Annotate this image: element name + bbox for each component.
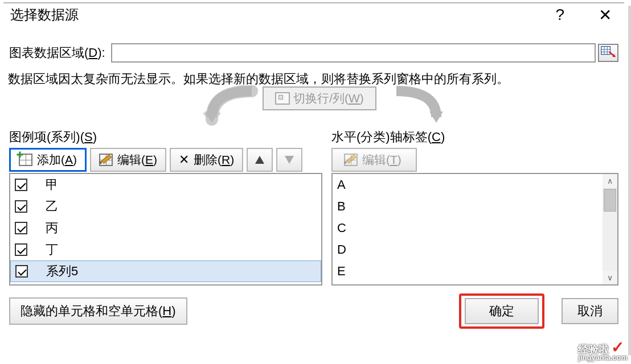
chart-range-label: 图表数据区域(D): xyxy=(9,44,105,61)
grid-add-icon: ✚ xyxy=(19,154,32,166)
add-series-button[interactable]: ✚ 添加(A) xyxy=(9,148,87,172)
scroll-down-icon[interactable]: ∨ xyxy=(603,271,617,284)
range-warning-text: 数据区域因太复杂而无法显示。如果选择新的数据区域，则将替换系列窗格中的所有系列。 xyxy=(3,66,624,89)
legend-item[interactable]: 甲 xyxy=(10,174,321,196)
axis-toolbar: 编辑(T) xyxy=(331,148,618,172)
legend-item-label: 乙 xyxy=(46,198,58,215)
axis-item[interactable]: A xyxy=(333,174,603,196)
svg-rect-0 xyxy=(601,47,610,55)
dialog-footer: 隐藏的单元格和空单元格(H) 确定 取消 xyxy=(3,286,624,329)
axis-item-label: D xyxy=(337,242,346,257)
checkbox-icon[interactable] xyxy=(15,200,27,213)
legend-item-label: 系列5 xyxy=(46,263,78,280)
scroll-up-icon[interactable]: ∧ xyxy=(603,174,617,188)
axis-item-label: E xyxy=(337,264,346,279)
legend-item-selected[interactable]: 系列5 xyxy=(10,260,321,282)
help-button[interactable]: ? xyxy=(555,6,564,24)
triangle-down-icon xyxy=(285,156,294,164)
delete-series-button[interactable]: ✕ 删除(R) xyxy=(170,148,243,172)
lists-row: 甲 乙 丙 丁 系列5 xyxy=(3,172,624,286)
pencil-icon xyxy=(100,154,113,166)
ok-highlight-box: 确定 xyxy=(459,293,544,329)
titlebar: 选择数据源 ? ✕ xyxy=(3,3,624,26)
edit-series-button[interactable]: 编辑(E) xyxy=(90,148,166,172)
checkbox-icon[interactable] xyxy=(15,179,27,191)
pencil-axis-icon xyxy=(345,154,358,166)
axis-item[interactable]: C xyxy=(333,217,603,239)
background-edge xyxy=(628,6,631,355)
axis-section-title: 水平(分类)轴标签(C) xyxy=(331,130,445,144)
arrow-right-icon xyxy=(385,85,453,131)
watermark: 经验啦✓ jingyanla.com xyxy=(578,338,628,362)
axis-item-label: B xyxy=(337,199,346,214)
triangle-up-icon xyxy=(255,156,264,164)
legend-item[interactable]: 丙 xyxy=(10,217,321,239)
dialog-title: 选择数据源 xyxy=(10,6,79,24)
legend-item-label: 丙 xyxy=(46,220,58,237)
select-data-source-dialog: 选择数据源 ? ✕ 图表数据区域(D): 数据区域因太复杂而无法显示。如果选择新… xyxy=(3,2,624,357)
chart-range-input[interactable] xyxy=(111,43,596,63)
axis-item[interactable]: D xyxy=(333,239,603,260)
checkbox-icon[interactable] xyxy=(15,265,28,278)
swap-icon xyxy=(275,92,290,105)
axis-scrollbar[interactable]: ∧ ∨ xyxy=(603,174,617,284)
checkbox-icon[interactable] xyxy=(15,243,27,256)
legend-item[interactable]: 乙 xyxy=(10,196,321,217)
axis-item-label: A xyxy=(337,177,346,192)
hidden-cells-button[interactable]: 隐藏的单元格和空单元格(H) xyxy=(9,297,187,325)
arrow-left-icon xyxy=(195,85,263,131)
scroll-thumb[interactable] xyxy=(604,189,616,212)
move-down-button xyxy=(276,148,302,172)
ok-button[interactable]: 确定 xyxy=(465,298,539,324)
edit-axis-button: 编辑(T) xyxy=(331,148,417,172)
axis-item-label: C xyxy=(337,221,346,235)
toolbar-row: ✚ 添加(A) 编辑(E) ✕ 删除(R) 编辑(T) xyxy=(3,146,624,172)
legend-section-title: 图例项(系列)(S) xyxy=(9,130,97,144)
axis-item[interactable]: E xyxy=(333,260,603,282)
cancel-button[interactable]: 取消 xyxy=(562,298,618,324)
legend-item[interactable]: 丁 xyxy=(10,239,321,260)
axis-item[interactable]: B xyxy=(333,196,603,217)
checkbox-icon[interactable] xyxy=(15,222,27,234)
swap-row: 切换行/列(W) xyxy=(3,89,624,129)
x-icon: ✕ xyxy=(179,152,189,167)
legend-item-label: 甲 xyxy=(46,176,58,193)
close-button[interactable]: ✕ xyxy=(593,6,617,24)
chart-range-row: 图表数据区域(D): xyxy=(3,26,624,66)
legend-listbox[interactable]: 甲 乙 丙 丁 系列5 xyxy=(9,173,322,286)
axis-listbox[interactable]: A B C D E ∧ ∨ xyxy=(331,173,618,286)
swap-row-column-button: 切换行/列(W) xyxy=(263,86,376,110)
legend-item-label: 丁 xyxy=(46,241,58,258)
legend-toolbar: ✚ 添加(A) 编辑(E) ✕ 删除(R) xyxy=(9,148,322,172)
section-labels: 图例项(系列)(S) 水平(分类)轴标签(C) xyxy=(3,129,624,146)
range-picker-button[interactable] xyxy=(598,44,618,62)
move-up-button[interactable] xyxy=(247,148,273,172)
